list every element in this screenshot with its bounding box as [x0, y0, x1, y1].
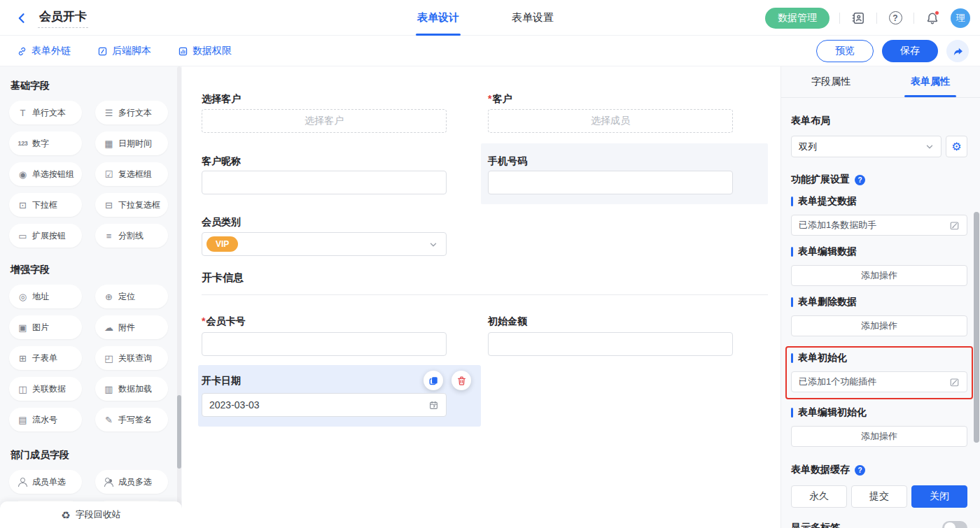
ext-box-text: 已添加1条数据助手	[799, 219, 876, 231]
field-type-icon: ✎	[104, 415, 114, 425]
field-label-phone: 手机号码	[488, 155, 527, 168]
panel-scrollbar-thumb[interactable]	[974, 212, 979, 443]
field-type-pill[interactable]: ⊡下拉框	[9, 193, 82, 217]
field-type-pill[interactable]: ▥数据加载	[95, 377, 168, 401]
field-type-pill[interactable]: 123数字	[9, 131, 82, 155]
add-action-button[interactable]: 添加操作	[791, 265, 967, 286]
field-type-pill[interactable]: ⊞子表单	[9, 346, 82, 370]
link-icon	[17, 46, 27, 57]
help-badge-icon[interactable]	[855, 175, 865, 185]
form-toolbar: 表单外链 后端脚本 数据权限 预览 保存	[0, 36, 980, 66]
open-date-field-block-selected[interactable]: 开卡日期 2023-03-03	[198, 365, 481, 427]
layout-settings-button[interactable]: ⚙	[946, 136, 967, 157]
layout-select[interactable]: 双列	[791, 136, 941, 157]
divider	[839, 13, 840, 24]
form-title[interactable]: 会员开卡	[38, 8, 88, 28]
share-button[interactable]	[946, 40, 969, 62]
ext-section-title-text: 表单编辑初始化	[798, 406, 867, 419]
tab-form-properties[interactable]: 表单属性	[881, 66, 980, 97]
field-type-pill[interactable]: ⊕定位	[95, 285, 168, 308]
field-type-icon: ◎	[18, 292, 28, 302]
initial-amount-input[interactable]	[488, 332, 733, 356]
tab-field-properties[interactable]: 字段属性	[781, 66, 881, 97]
preview-button[interactable]: 预览	[816, 40, 874, 62]
edit-icon[interactable]	[949, 220, 960, 231]
field-type-pill[interactable]: ◫关联数据	[9, 377, 82, 401]
cache-option-submit[interactable]: 提交	[851, 485, 907, 508]
grid-icon	[178, 46, 188, 57]
copy-field-button[interactable]	[424, 371, 443, 390]
field-recycle-bin[interactable]: ♻ 字段回收站	[0, 501, 182, 528]
save-button[interactable]: 保存	[882, 40, 938, 62]
field-type-label: 下拉复选框	[118, 199, 160, 211]
backend-script-label: 后端脚本	[112, 45, 151, 57]
field-type-icon: ◰	[104, 353, 114, 364]
field-type-label: 成员多选	[118, 476, 152, 488]
help-icon[interactable]	[887, 10, 904, 27]
field-type-label: 图片	[32, 322, 49, 334]
field-library: 基础字段T单行文本☰多行文本123数字▦日期时间◉单选按钮组☑复选框组⊡下拉框⊟…	[0, 66, 182, 525]
field-type-pill[interactable]: ☰多行文本	[95, 101, 168, 124]
field-type-label: 复选框组	[118, 169, 152, 180]
data-manage-button[interactable]: 数据管理	[765, 8, 830, 29]
field-type-pill[interactable]: ◰关联查询	[95, 346, 168, 370]
field-type-pill[interactable]: 成员单选	[9, 470, 82, 494]
field-type-pill[interactable]: T单行文本	[9, 101, 82, 124]
field-type-pill[interactable]: ✎手写签名	[95, 408, 168, 431]
edit-icon[interactable]	[949, 377, 960, 387]
field-type-pill[interactable]: ≡分割线	[95, 224, 168, 248]
cache-option-permanent[interactable]: 永久	[791, 485, 847, 508]
customer-member-picker[interactable]: 选择成员	[488, 109, 733, 133]
tab-form-settings[interactable]: 表单设置	[512, 0, 554, 36]
field-type-pill[interactable]: ⊟下拉复选框	[95, 193, 168, 217]
member-type-select[interactable]: VIP	[202, 232, 447, 256]
added-config-box[interactable]: 已添加1条数据助手	[791, 215, 967, 236]
added-config-box[interactable]: 已添加1个功能插件	[791, 371, 967, 392]
help-badge-icon[interactable]	[855, 465, 865, 476]
select-customer-picker[interactable]: 选择客户	[202, 109, 447, 133]
field-type-pill[interactable]: ☁附件	[95, 315, 168, 339]
external-link-button[interactable]: 表单外链	[17, 36, 71, 66]
ext-settings-heading: 功能扩展设置	[791, 173, 967, 186]
field-library-sidebar: 基础字段T单行文本☰多行文本123数字▦日期时间◉单选按钮组☑复选框组⊡下拉框⊟…	[0, 66, 182, 528]
data-permission-button[interactable]: 数据权限	[178, 36, 232, 66]
form-canvas: 选择客户 选择客户 *客户 选择成员 客户昵称 手机号码 会员类别 VIP 开卡…	[182, 66, 780, 528]
backend-script-button[interactable]: 后端脚本	[97, 36, 151, 66]
card-no-input[interactable]	[202, 332, 447, 356]
nickname-input[interactable]	[202, 171, 447, 194]
cache-option-close[interactable]: 关闭	[911, 485, 967, 508]
field-type-pill[interactable]: ◉单选按钮组	[9, 162, 82, 186]
field-type-pill[interactable]: ◎地址	[9, 285, 82, 308]
blue-bar	[791, 247, 793, 257]
avatar[interactable]: 理	[951, 8, 970, 28]
field-type-pill[interactable]: ☑复选框组	[95, 162, 168, 186]
tab-form-design[interactable]: 表单设计	[417, 0, 459, 36]
field-type-label: 子表单	[32, 352, 57, 364]
field-type-pill[interactable]: 成员多选	[95, 470, 168, 494]
field-type-label: 分割线	[118, 230, 144, 242]
ext-section: 表单初始化已添加1个功能插件	[791, 352, 967, 392]
add-action-button[interactable]: 添加操作	[791, 426, 967, 447]
chevron-left-icon	[15, 12, 28, 24]
field-type-label: 关联查询	[118, 352, 152, 364]
field-type-pill[interactable]: ▣图片	[9, 315, 82, 339]
sidebar-scrollbar-thumb[interactable]	[177, 395, 181, 469]
open-date-input[interactable]: 2023-03-03	[202, 393, 447, 417]
recycle-bin-label: 字段回收站	[76, 508, 121, 521]
delete-field-button[interactable]	[451, 371, 471, 390]
add-action-button[interactable]: 添加操作	[791, 315, 967, 336]
field-type-pill[interactable]: ▤流水号	[9, 408, 82, 431]
field-type-pill[interactable]: ▭扩展按钮	[9, 224, 82, 248]
properties-panel: 字段属性 表单属性 表单布局 双列 ⚙ 功能扩展设置 表单提交数据已添加1条数据…	[780, 66, 980, 528]
blue-bar	[791, 353, 793, 363]
multi-tag-toggle[interactable]	[942, 521, 967, 528]
notification-bell-icon[interactable]	[924, 10, 941, 27]
divider	[876, 13, 877, 24]
phone-input[interactable]	[488, 171, 733, 194]
ext-section-title-text: 表单删除数据	[798, 296, 857, 308]
back-button[interactable]	[14, 10, 29, 26]
field-type-icon: ≡	[104, 231, 114, 241]
field-type-pill[interactable]: ▦日期时间	[95, 131, 168, 155]
ext-section-title-text: 表单编辑数据	[798, 245, 857, 258]
contact-book-icon[interactable]	[850, 10, 867, 27]
